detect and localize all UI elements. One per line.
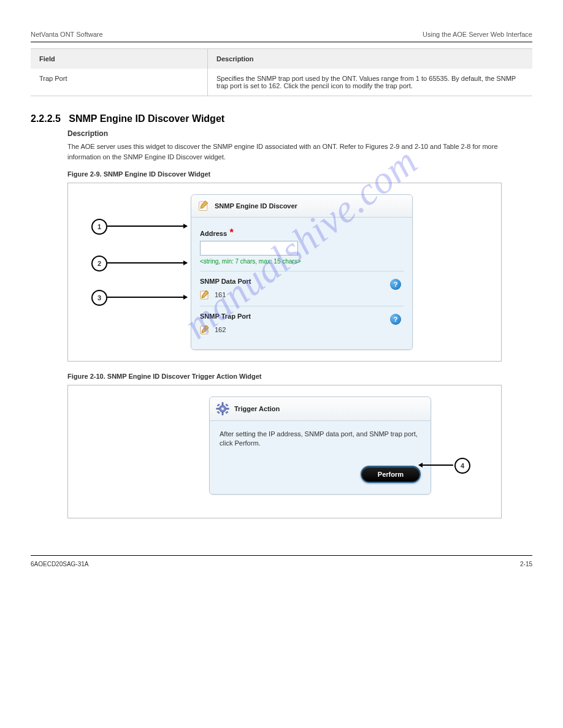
header-rule xyxy=(31,42,532,42)
table-row: Trap Port Specifies the SNMP trap port u… xyxy=(31,69,532,96)
header-right: Using the AOE Server Web Interface xyxy=(423,31,532,38)
perform-button[interactable]: Perform xyxy=(361,466,421,483)
figure-10-caption: Figure 2-10. SNMP Engine ID Discover Tri… xyxy=(67,373,532,380)
svg-rect-10 xyxy=(216,408,219,409)
address-hint: <string, min: 7 chars, max: 15 chars> xyxy=(200,258,404,265)
help-icon[interactable]: ? xyxy=(390,279,401,290)
trigger-action-panel: Trigger Action After setting the IP addr… xyxy=(209,396,431,495)
snmp-engine-id-panel: SNMP Engine ID Discover Address * <strin… xyxy=(191,194,413,350)
description-body: The AOE server uses this widget to disco… xyxy=(67,142,532,162)
svg-rect-12 xyxy=(217,404,220,406)
figure-10-frame: Trigger Action After setting the IP addr… xyxy=(67,385,502,518)
th-description: Description xyxy=(207,49,532,69)
callout-2: 2 xyxy=(91,256,107,271)
edit-icon[interactable] xyxy=(200,290,210,300)
data-port-value: 161 xyxy=(215,291,226,298)
page-header: NetVanta ONT Software Using the AOE Serv… xyxy=(31,31,532,42)
address-input[interactable] xyxy=(200,241,298,256)
callout-4-arrow xyxy=(419,464,453,466)
th-field: Field xyxy=(31,49,207,69)
panel-header: SNMP Engine ID Discover xyxy=(191,195,412,218)
svg-rect-14 xyxy=(217,411,220,414)
figure-9-caption: Figure 2-9. SNMP Engine ID Discover Widg… xyxy=(67,170,532,178)
svg-rect-15 xyxy=(226,411,228,414)
gear-icon xyxy=(216,402,229,415)
trap-port-label: SNMP Trap Port xyxy=(200,313,251,320)
callout-3: 3 xyxy=(91,290,107,306)
footer-right: 2-15 xyxy=(520,561,532,567)
header-left: NetVanta ONT Software xyxy=(31,31,103,38)
page-footer: 6AOECD20SAG-31A 2-15 xyxy=(31,555,532,567)
panel-title: SNMP Engine ID Discover xyxy=(215,202,297,210)
help-icon[interactable]: ? xyxy=(390,314,401,325)
svg-point-7 xyxy=(221,408,224,410)
edit-icon[interactable] xyxy=(200,325,210,335)
table-header-row: Field Description xyxy=(31,49,532,69)
callout-4: 4 xyxy=(454,458,470,474)
data-port-block: ? SNMP Data Port 161 xyxy=(200,271,404,306)
td-description: Specifies the SNMP trap port used by the… xyxy=(207,69,532,96)
figure-9-frame: 1 2 3 SNMP Engine ID Discover Address * … xyxy=(67,183,502,362)
spec-table: Field Description Trap Port Specifies th… xyxy=(31,48,532,96)
callout-1-arrow xyxy=(107,226,187,227)
address-field-block: Address * <string, min: 7 chars, max: 15… xyxy=(200,224,404,271)
trigger-body: After setting the IP address, SNMP data … xyxy=(210,421,431,494)
trigger-text: After setting the IP address, SNMP data … xyxy=(220,430,421,449)
section-number-title: 2.2.2.5 SNMP Engine ID Discover Widget xyxy=(31,113,532,124)
svg-rect-8 xyxy=(222,403,223,405)
description-heading: Description xyxy=(67,129,532,138)
svg-rect-9 xyxy=(222,412,223,415)
callout-1: 1 xyxy=(91,219,107,235)
trap-port-block: ? SNMP Trap Port 162 xyxy=(200,306,404,341)
svg-rect-13 xyxy=(226,404,228,406)
trap-port-value: 162 xyxy=(215,326,226,333)
trigger-panel-header: Trigger Action xyxy=(210,397,431,421)
notepad-icon xyxy=(197,200,210,212)
address-label: Address xyxy=(200,230,227,237)
trigger-panel-title: Trigger Action xyxy=(234,405,280,412)
callout-3-arrow xyxy=(107,297,187,298)
callout-2-arrow xyxy=(107,262,187,264)
td-field: Trap Port xyxy=(31,69,207,96)
footer-left: 6AOECD20SAG-31A xyxy=(31,561,89,567)
required-star: * xyxy=(229,227,233,238)
svg-rect-11 xyxy=(226,408,229,409)
panel-body: Address * <string, min: 7 chars, max: 15… xyxy=(191,218,412,349)
data-port-label: SNMP Data Port xyxy=(200,278,251,285)
